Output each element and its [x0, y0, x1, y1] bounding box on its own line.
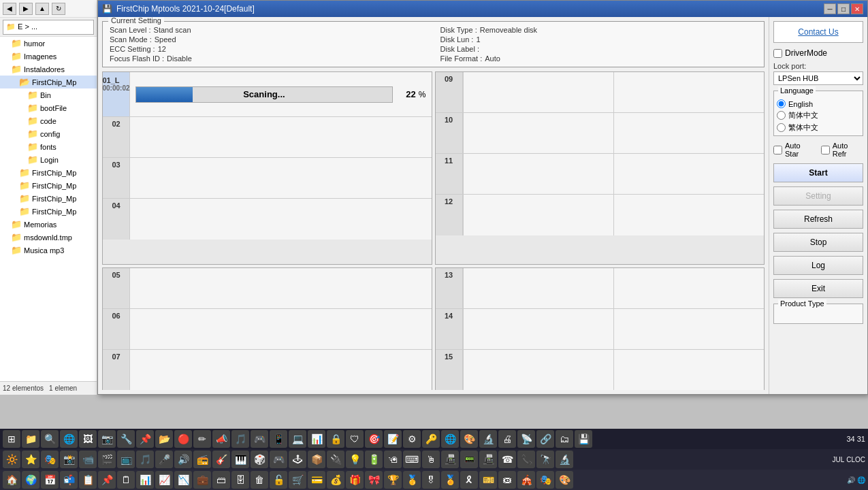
- tb3-icon-6[interactable]: 📌: [98, 471, 116, 489]
- tree-item-code[interactable]: 📁 code: [0, 114, 97, 127]
- driver-mode-checkbox[interactable]: [773, 49, 782, 58]
- tb2-icon-28[interactable]: 📞: [517, 451, 535, 468]
- tb3-icon-30[interactable]: 🎨: [556, 471, 573, 489]
- tb-icon-7[interactable]: 📌: [136, 430, 154, 448]
- exit-button[interactable]: Exit: [773, 279, 863, 298]
- tb-icon-20[interactable]: 📝: [384, 430, 402, 448]
- tb3-icon-25[interactable]: 🎗: [460, 471, 478, 489]
- tree-item-msdownld[interactable]: 📁 msdownld.tmp: [0, 231, 97, 244]
- start-menu-icon[interactable]: ⊞: [3, 430, 20, 448]
- tb-icon-2[interactable]: 🔍: [41, 430, 59, 448]
- auto-star-checkbox[interactable]: [773, 146, 782, 154]
- tree-item-humor[interactable]: 📁 humor: [0, 37, 97, 50]
- tb-icon-11[interactable]: 📣: [212, 430, 230, 448]
- tb-icon-8[interactable]: 📂: [155, 430, 173, 448]
- up-btn[interactable]: ▲: [35, 3, 49, 15]
- tb3-icon-20[interactable]: 🎀: [365, 471, 383, 489]
- tb3-icon-14[interactable]: 🗑: [251, 471, 268, 489]
- tb2-icon-10[interactable]: 🔊: [174, 451, 192, 468]
- tb3-icon-5[interactable]: 📋: [79, 471, 97, 489]
- tb3-icon-13[interactable]: 🗄: [231, 471, 249, 489]
- tb2-icon-20[interactable]: 🔋: [365, 451, 383, 468]
- tb2-icon-17[interactable]: 📦: [308, 451, 325, 468]
- log-button[interactable]: Log: [773, 256, 863, 275]
- tb-icon-18[interactable]: 🛡: [346, 430, 364, 448]
- tb-icon-19[interactable]: 🎯: [365, 430, 383, 448]
- tb3-icon-29[interactable]: 🎭: [536, 471, 554, 489]
- tb2-icon-29[interactable]: 🔭: [536, 451, 554, 468]
- tb3-icon-23[interactable]: 🎖: [422, 471, 440, 489]
- tb-icon-10[interactable]: ✏: [193, 430, 211, 448]
- tb2-icon-22[interactable]: ⌨: [403, 451, 421, 468]
- lang-simplified-radio[interactable]: [777, 111, 786, 120]
- tb2-icon-26[interactable]: 📠: [479, 451, 497, 468]
- tree-item-instaladores[interactable]: 📁 Instaladores: [0, 63, 97, 76]
- tb3-icon-19[interactable]: 🎁: [346, 471, 364, 489]
- auto-refr-checkbox[interactable]: [821, 146, 830, 154]
- tb2-icon-8[interactable]: 🎵: [136, 451, 154, 468]
- tb-icon-23[interactable]: 🌐: [441, 430, 459, 448]
- tree-item-fonts[interactable]: 📁 fonts: [0, 140, 97, 153]
- tb2-icon-6[interactable]: 🎬: [98, 451, 116, 468]
- tb-icon-9[interactable]: 🔴: [174, 430, 192, 448]
- tb-icon-28[interactable]: 🔗: [536, 430, 554, 448]
- tb3-icon-1[interactable]: 🏠: [3, 471, 20, 489]
- tree-item-firstchip3[interactable]: 📁 FirstChip_Mp: [0, 179, 97, 192]
- tb2-icon-2[interactable]: ⭐: [22, 451, 39, 468]
- tb-icon-6[interactable]: 🔧: [117, 430, 135, 448]
- tb2-icon-21[interactable]: 🖲: [384, 451, 402, 468]
- setting-button[interactable]: Setting: [773, 186, 863, 206]
- tb3-icon-16[interactable]: 🛒: [289, 471, 306, 489]
- tree-item-firstchip1[interactable]: 📂 FirstChip_Mp: [0, 76, 97, 88]
- tb-icon-30[interactable]: 💾: [575, 430, 592, 448]
- tb3-icon-7[interactable]: 🗒: [117, 471, 135, 489]
- tb2-icon-9[interactable]: 🎤: [155, 451, 173, 468]
- tree-item-config[interactable]: 📁 config: [0, 127, 97, 140]
- tb2-icon-27[interactable]: ☎: [498, 451, 516, 468]
- tb3-icon-28[interactable]: 🎪: [517, 471, 535, 489]
- tree-item-login[interactable]: 📁 Login: [0, 153, 97, 166]
- tb2-icon-11[interactable]: 📻: [193, 451, 211, 468]
- tb-icon-29[interactable]: 🗂: [556, 430, 573, 448]
- tb3-icon-22[interactable]: 🥇: [403, 471, 421, 489]
- tb3-icon-27[interactable]: 🎟: [498, 471, 516, 489]
- tb-icon-5[interactable]: 📷: [98, 430, 116, 448]
- tb-icon-15[interactable]: 💻: [289, 430, 306, 448]
- maximize-btn[interactable]: □: [837, 3, 850, 14]
- tb-icon-21[interactable]: ⚙: [403, 430, 421, 448]
- tb-icon-17[interactable]: 🔒: [327, 430, 344, 448]
- tb2-icon-16[interactable]: 🕹: [289, 451, 306, 468]
- tb-icon-3[interactable]: 🌐: [60, 430, 78, 448]
- tb3-icon-4[interactable]: 📬: [60, 471, 78, 489]
- tb2-icon-12[interactable]: 🎸: [212, 451, 230, 468]
- tree-item-firstchip4[interactable]: 📁 FirstChip_Mp: [0, 192, 97, 205]
- tb3-icon-15[interactable]: 🔓: [270, 471, 287, 489]
- tb3-icon-17[interactable]: 💳: [308, 471, 325, 489]
- tb3-icon-9[interactable]: 📈: [155, 471, 173, 489]
- tb-icon-4[interactable]: 🖼: [79, 430, 97, 448]
- tb2-icon-23[interactable]: 🖱: [422, 451, 440, 468]
- tb-icon-16[interactable]: 📊: [308, 430, 325, 448]
- tb3-icon-8[interactable]: 📊: [136, 471, 154, 489]
- refresh-nav-btn[interactable]: ↻: [52, 3, 65, 15]
- tree-item-imagenes[interactable]: 📁 Imagenes: [0, 50, 97, 63]
- tb-icon-13[interactable]: 🎮: [251, 430, 268, 448]
- tb2-icon-24[interactable]: 📠: [441, 451, 459, 468]
- start-button[interactable]: Start: [773, 163, 863, 182]
- tree-item-musica[interactable]: 📁 Musica mp3: [0, 244, 97, 257]
- back-btn[interactable]: ◀: [3, 3, 16, 15]
- close-btn[interactable]: ✕: [851, 3, 863, 14]
- tb3-icon-24[interactable]: 🏅: [441, 471, 459, 489]
- tb2-icon-30[interactable]: 🔬: [556, 451, 573, 468]
- forward-btn[interactable]: ▶: [19, 3, 33, 15]
- tb2-icon-25[interactable]: 📟: [460, 451, 478, 468]
- tree-item-bin[interactable]: 📁 Bin: [0, 88, 97, 101]
- tb2-icon-18[interactable]: 🔌: [327, 451, 344, 468]
- tree-item-firstchip5[interactable]: 📁 FirstChip_Mp: [0, 205, 97, 218]
- lock-port-select[interactable]: LPSen HUB Auto Manual: [773, 71, 863, 85]
- tree-item-firstchip2[interactable]: 📁 FirstChip_Mp: [0, 166, 97, 179]
- tb-icon-24[interactable]: 🎨: [460, 430, 478, 448]
- tb2-icon-4[interactable]: 📸: [60, 451, 78, 468]
- minimize-btn[interactable]: ─: [824, 3, 836, 14]
- tb2-icon-1[interactable]: 🔆: [3, 451, 20, 468]
